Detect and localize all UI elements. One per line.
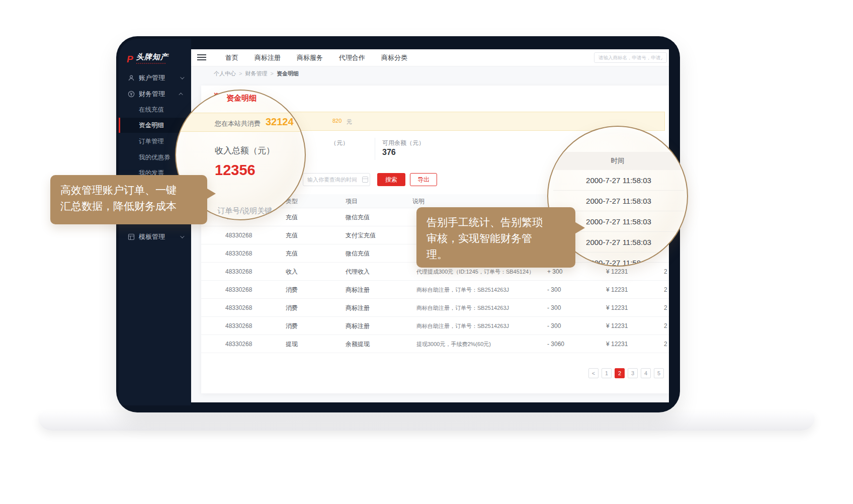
cell-order: 48330268 [225,286,252,293]
sidebar-item-label: 资金明细 [139,121,164,130]
cell-time: 2 [664,286,669,293]
breadcrumb-personal-center[interactable]: 个人中心 [214,70,236,77]
cell-amount: - 300 [547,322,561,329]
cell-project: 微信充值 [346,213,370,221]
cell-order: 48330268 [225,322,252,329]
cell-balance: ¥ 12231 [606,286,628,293]
cell-desc: 商标自助注册，订单号：SB2514263J [416,304,509,311]
breadcrumb-separator: > [239,70,242,76]
sidebar-item-label: 我的优惠券 [139,153,170,162]
cell-type: 消费 [286,285,298,294]
cell-order: 48330268 [225,268,252,275]
cell-project: 代理收入 [346,267,370,276]
export-button[interactable]: 导出 [410,173,437,186]
cell-balance: ¥ 12231 [606,268,628,275]
sidebar-item-finance[interactable]: 财务管理 [119,87,191,102]
brand-logo[interactable]: P 头牌知产 [127,53,168,64]
cell-type: 消费 [286,303,298,312]
search-input[interactable] [594,52,667,63]
sidebar-item-online-recharge[interactable]: 在线充值 [119,102,191,117]
nav-item-trademark-service[interactable]: 商标服务 [289,53,331,62]
sidebar-item-template[interactable]: 模板管理 [119,229,191,244]
active-indicator [119,118,120,133]
brand-name: 头牌知产 [136,53,168,61]
chevron-down-icon [180,75,184,79]
cell-amount: - 3060 [547,341,564,348]
magnified-time-cell: 2000-7-27 11:58:03 [553,170,684,191]
magnified-time-header: 时间 [548,152,687,170]
sidebar-item-label: 账户管理 [139,73,165,82]
magnified-tab-title: 资金明细 [226,94,257,103]
nav-item-trademark-category[interactable]: 商标分类 [373,53,415,62]
breadcrumb-finance[interactable]: 财务管理 [245,70,267,77]
magnified-banner: 您在本站共消费 32124 [176,113,305,132]
callout-left: 高效管理账户订单、一键 汇总数据，降低财务成本 [50,175,207,224]
laptop-base [38,412,815,431]
pagination-page-4[interactable]: 4 [641,368,651,378]
pagination: < 1 2 3 4 5 [588,368,664,378]
cell-amount: + 300 [547,268,562,275]
pagination-prev[interactable]: < [588,368,599,378]
cell-time: 2 [664,322,669,329]
expense-label: （元） [330,139,349,147]
sidebar-item-account[interactable]: 账户管理 [119,70,191,86]
breadcrumb: 个人中心 > 财务管理 > 资金明细 [191,66,669,80]
cell-project: 商标注册 [346,303,370,312]
sidebar-item-label: 财务管理 [139,90,165,99]
cell-desc: 商标自助注册，订单号：SB2514263J [416,286,509,293]
chevron-up-icon [179,93,183,97]
pagination-page-2-active[interactable]: 2 [615,368,625,378]
date-range-input[interactable] [303,173,370,186]
cell-type: 收入 [286,267,298,276]
calendar-icon[interactable] [362,177,368,183]
cell-type: 充值 [286,213,298,221]
cell-time: 2 [664,268,669,275]
sidebar-item-label: 在线充值 [139,106,164,114]
cell-project: 微信充值 [346,249,370,258]
cell-type: 消费 [286,321,298,330]
template-icon [128,233,135,240]
nav-item-trademark-register[interactable]: 商标注册 [246,53,289,62]
cell-type: 充值 [286,231,298,239]
sort-caret-icon[interactable]: ∨ [347,199,351,204]
chevron-down-icon [180,234,184,238]
cell-desc: 商标自助注册，订单号：SB2514263J [416,322,509,329]
stat-divider [375,138,375,160]
callout-right-arrow [574,221,585,234]
cell-balance: ¥ 12231 [606,341,628,348]
pagination-page-5[interactable]: 5 [654,368,664,378]
cell-type: 充值 [286,249,298,258]
search-button[interactable]: 搜索 [377,173,405,186]
sidebar-item-label: 模板管理 [139,232,165,241]
magnified-banner-amount: 32124 [266,116,294,128]
magnified-income-label: 收入总额（元） [215,145,275,156]
cell-desc: 提现3000元，手续费2%(60元) [416,340,491,348]
callout-left-arrow [205,187,216,200]
column-header-desc: 说明 [412,197,424,205]
cell-amount: - 300 [547,304,561,311]
page: P 头牌知产 账户管理 财务管理 [0,0,853,504]
nav-item-agent-cooperation[interactable]: 代理合作 [331,53,373,62]
table-row: 48330268 消费 商标注册 商标自助注册，订单号：SB2514263J -… [201,281,669,299]
cell-project: 余额提现 [346,340,370,348]
cell-project: 支付宝充值 [346,231,376,239]
nav-item-home[interactable]: 首页 [217,53,246,62]
sidebar-item-label: 订单管理 [139,137,164,146]
table-row: 48330268 消费 商标注册 商标自助注册，订单号：SB2514263J -… [201,299,669,317]
menu-icon[interactable] [197,54,206,62]
pagination-page-1[interactable]: 1 [602,368,612,378]
pagination-page-3[interactable]: 3 [628,368,638,378]
balance-value: 376 [382,148,396,157]
cell-order: 48330268 [225,341,252,348]
cell-time: 2 [664,341,669,348]
callout-right: 告别手工统计、告别繁琐 审核，实现智能财务管 理。 [416,207,575,268]
banner-amount: 820 [332,118,342,124]
cell-order: 48330268 [225,304,252,311]
breadcrumb-separator: > [270,70,273,76]
cell-balance: ¥ 12231 [606,304,628,311]
cell-type: 提现 [286,340,298,348]
cell-desc: 代理提成300元（ID:1245，订单号：SB45124） [416,268,534,275]
finance-icon [128,91,135,98]
brand-logo-icon: P [127,54,133,64]
table-row: 48330268 消费 商标注册 商标自助注册，订单号：SB2514263J -… [201,317,669,335]
